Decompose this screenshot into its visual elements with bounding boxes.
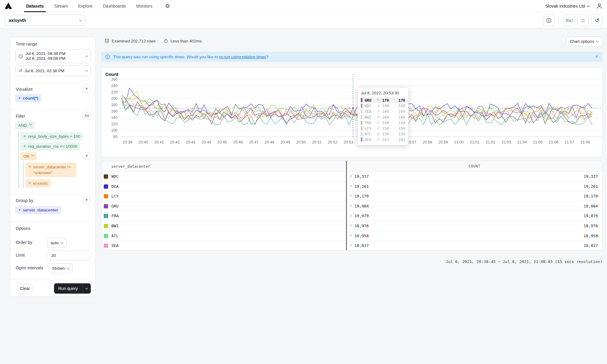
series-compare-value: 149 [398,109,405,114]
series-color-swatch [361,121,362,125]
column-resize-handle[interactable] [346,161,347,251]
nav-tab-dashboards[interactable]: Dashboards [98,0,131,12]
history-icon: ↺ [19,68,22,73]
x-axis-label: 21:07 [565,140,574,144]
history-icon: ↺ [377,132,382,136]
table-row[interactable]: GRU↺19,08419,084 [101,201,602,211]
honeycomb-logo-icon[interactable] [4,2,12,10]
nav-tab-explore[interactable]: Explore [73,0,98,12]
count-value: 19,337 [354,174,369,179]
table-row[interactable]: SEA↺18,81718,817 [101,241,602,251]
filter-or-condition[interactable]: ×id exists [25,179,51,187]
series-value: 134 [382,132,393,136]
clear-button[interactable]: Clear [18,283,32,294]
y-axis-label: 100 [111,128,117,133]
chevron-down-icon [79,19,82,22]
and-group-guide [18,131,19,188]
tooltip-row: ATL↺134134 [360,131,405,137]
favorite-button[interactable]: ☆ [577,15,589,26]
remove-icon[interactable]: × [29,181,31,186]
history-icon: ↺ [377,98,382,102]
remove-icon[interactable]: × [23,134,26,139]
nav-divider [161,3,161,9]
run-query-dropdown[interactable] [82,283,91,294]
column-header-server-datacenter[interactable]: server_datacenter [111,164,150,169]
filter-case-button[interactable]: Aa [83,112,90,120]
table-row[interactable]: FRA↺19,07019,070 [101,211,602,221]
series-color-swatch [104,234,108,238]
toolbar-separator [559,16,559,25]
derived-column-button[interactable]: f(x) [563,15,575,26]
divider [10,221,95,222]
query-history-button[interactable]: ↺ [591,15,603,26]
remove-icon[interactable]: × [29,164,31,169]
remove-icon[interactable]: × [18,207,21,212]
close-icon[interactable]: × [595,54,598,60]
series-value: 149 [382,103,393,108]
x-axis-label: 20:39 [123,140,132,144]
nav-tab-datasets[interactable]: Datasets [21,0,49,12]
table-row[interactable]: DCA↺19,26119,261 [101,182,602,192]
nav-tab-stream[interactable]: Stream [49,0,73,12]
settings-gear-icon[interactable]: ⚙ [165,3,170,9]
x-axis-label: 20:44 [202,140,211,144]
filter-or-op[interactable]: OR [20,152,37,160]
table-row[interactable]: ATL↺18,95818,958 [101,231,602,241]
series-compare-value: 147 [398,137,405,142]
rerun-relative-link[interactable]: re-run using relative times [219,55,266,59]
y-axis-label: 140 [111,116,117,120]
user-avatar-icon[interactable] [596,3,603,9]
open-intervals-select[interactable]: Shown [49,263,73,273]
column-header-count[interactable]: COUNT [469,164,480,168]
table-row[interactable]: WDC↺19,33719,337 [101,172,602,182]
chevron-down-icon [29,123,32,126]
results-table-card: server_datacenter COUNT WDC↺19,33719,337… [101,161,602,251]
chevron-down-icon [61,241,64,244]
series-name: DCA [365,137,377,142]
add-visualize-button[interactable]: + [83,85,90,93]
table-row[interactable]: LCY↺19,17019,170 [101,191,602,201]
chart-options-button[interactable]: Chart options [566,37,602,46]
time-range-selector[interactable]: Jul 6, 2021, 08:38 PM Jul 6, 2021, 09:08… [15,49,91,63]
order-by-select[interactable]: auto [47,238,66,248]
chevron-down-icon [67,266,70,269]
chevron-down-icon [596,39,599,42]
visualize-pill-count[interactable]: ×count(*) [15,94,41,102]
count-line-chart[interactable]: 2602402202001801601401201008020:3920:402… [101,68,602,157]
dataset-selector[interactable]: axisynth [5,15,86,26]
results-chart-card: 2602402202001801601401201008020:3920:402… [101,67,602,157]
run-query-button[interactable]: Run query [54,283,91,294]
remove-icon[interactable]: × [23,144,26,149]
plus-icon: + [85,153,88,158]
table-header: server_datacenter COUNT [101,161,602,172]
filter-condition[interactable]: ×resp_body_size_bytes > 100 [20,132,83,140]
y-axis-label: 200 [111,96,117,101]
add-or-condition-button[interactable]: + [83,152,90,160]
x-axis-label: 21:00 [454,140,463,144]
filter-root-op[interactable]: AND [15,121,35,130]
filter-condition[interactable]: ×req_duration_ms <= 10000 [20,142,80,150]
table-row[interactable]: BWI↺18,97618,976 [101,221,602,231]
time-range-footer: Jul 6, 2021, 20:38:43 — Jul 6, 2021, 21:… [446,259,602,264]
compare-time-value: Jul 6, 2021, 02:38 PM [25,69,64,73]
datacenter-code: ATL [111,234,118,238]
remove-icon[interactable]: × [18,96,21,100]
plus-icon: + [85,86,88,91]
filter-or-condition[interactable]: ×server_datacenter != "unknown" [25,163,76,177]
toolbar-actions: f(x) ☆ ↺ [543,15,603,26]
count-value: 19,170 [354,194,369,198]
history-icon: ↺ [349,174,352,178]
series-line-BWI[interactable] [122,92,592,117]
open-intervals-label: Open intervals [16,265,43,270]
org-switcher[interactable]: Slovak Industries Ltd [545,4,589,8]
query-builder-panel: Time range Jul 6, 2021, 08:38 PM Jul 6, … [10,37,96,297]
limit-input[interactable]: 20 [47,251,91,261]
group-by-pill[interactable]: ×server_datacenter [15,206,61,214]
reading-pane-button[interactable] [543,15,554,26]
nav-tab-monitors[interactable]: Monitors [131,0,158,12]
group-by-label: Group by [16,198,33,203]
compare-time-selector[interactable]: ↺ Jul 6, 2021, 02:38 PM [15,65,91,76]
divider [10,280,95,280]
x-axis-label: 20:50 [296,140,306,144]
add-group-by-button[interactable]: + [83,196,90,204]
